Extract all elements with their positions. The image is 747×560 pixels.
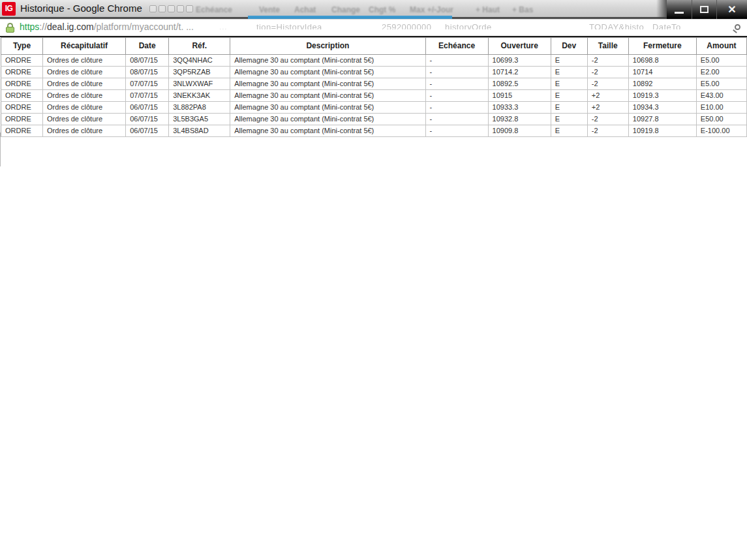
table-cell: 10909.8 — [488, 125, 551, 137]
table-cell: 06/07/15 — [126, 125, 169, 137]
table-cell: - — [425, 67, 488, 78]
close-button[interactable]: ✕ — [716, 0, 747, 19]
table-cell: ORDRE — [1, 102, 43, 114]
table-cell: ORDRE — [1, 114, 43, 125]
table-cell: E-100.00 — [696, 125, 746, 137]
table-cell: 08/07/15 — [126, 67, 169, 78]
ghost-column-label: + Bas — [512, 5, 533, 14]
column-header-date[interactable]: Date — [126, 38, 169, 55]
column-header-type[interactable]: Type — [1, 38, 43, 55]
url-domain: deal.ig.com — [47, 22, 94, 32]
ghost-toolbar-button — [159, 5, 166, 12]
table-row[interactable]: ORDREOrdres de clôture08/07/153QQ4NHACAl… — [1, 55, 747, 67]
window-titlebar[interactable]: IG Historique - Google Chrome Echéance V… — [0, 0, 747, 17]
table-cell: ORDRE — [1, 125, 43, 137]
ghost-column-label: Max +/-Jour — [410, 5, 453, 14]
table-cell: 06/07/15 — [126, 114, 169, 125]
ssl-padlock-icon[interactable] — [6, 23, 14, 33]
table-cell: 10919.8 — [628, 125, 696, 137]
table-cell: Ordres de clôture — [43, 114, 126, 125]
table-cell: 3L4BS8AD — [169, 125, 230, 137]
history-table-container: Type Récapitulatif Date Réf. Description… — [0, 37, 747, 137]
ghost-column-label: + Haut — [476, 5, 500, 14]
ghost-column-label: Change — [331, 5, 360, 14]
table-cell: -2 — [587, 125, 628, 137]
ghost-toolbar-button — [168, 5, 175, 12]
table-row[interactable]: ORDREOrdres de clôture08/07/153QP5RZABAl… — [1, 67, 747, 78]
minimize-icon — [675, 12, 684, 14]
table-cell: 3L882PA8 — [169, 102, 230, 114]
ghost-url-fragment: 2592000000 — [382, 23, 431, 29]
ghost-toolbar-button — [186, 5, 193, 12]
table-cell: ORDRE — [1, 90, 43, 102]
table-cell: E43.00 — [696, 90, 746, 102]
table-cell: 10892 — [628, 78, 696, 90]
window-left-border — [0, 132, 1, 166]
browser-popup-window: IG Historique - Google Chrome Echéance V… — [0, 0, 747, 560]
column-header-taille[interactable]: Taille — [587, 38, 628, 55]
table-cell: E — [551, 102, 587, 114]
table-cell: 10932.8 — [488, 114, 551, 125]
table-cell: 07/07/15 — [126, 78, 169, 90]
table-cell: 10714.2 — [488, 67, 551, 78]
table-cell: Ordres de clôture — [43, 78, 126, 90]
history-table: Type Récapitulatif Date Réf. Description… — [1, 37, 747, 137]
ghost-url-fragment: TODAY&histo — [589, 23, 644, 29]
table-row[interactable]: ORDREOrdres de clôture07/07/153NLWXWAFAl… — [1, 78, 747, 90]
table-cell: Ordres de clôture — [43, 102, 126, 114]
column-header-recapitulatif[interactable]: Récapitulatif — [43, 38, 126, 55]
table-cell: Allemagne 30 au comptant (Mini-contrat 5… — [230, 102, 425, 114]
history-table-body: ORDREOrdres de clôture08/07/153QQ4NHACAl… — [1, 55, 747, 137]
ghost-toolbar-button — [177, 5, 184, 12]
column-header-amount[interactable]: Amount — [696, 38, 746, 55]
table-cell: - — [425, 114, 488, 125]
table-cell: 08/07/15 — [126, 55, 169, 67]
table-cell: +2 — [587, 102, 628, 114]
table-cell: ORDRE — [1, 55, 43, 67]
column-header-dev[interactable]: Dev — [551, 38, 587, 55]
table-cell: Ordres de clôture — [43, 55, 126, 67]
table-cell: E5.00 — [696, 78, 746, 90]
table-header-row: Type Récapitulatif Date Réf. Description… — [1, 38, 747, 55]
table-cell: E — [551, 67, 587, 78]
table-cell: -2 — [587, 78, 628, 90]
table-cell: Ordres de clôture — [43, 125, 126, 137]
column-header-echeance[interactable]: Echéance — [425, 38, 488, 55]
table-cell: 3QP5RZAB — [169, 67, 230, 78]
table-cell: 07/07/15 — [126, 90, 169, 102]
column-header-ouverture[interactable]: Ouverture — [488, 38, 551, 55]
ghost-url-fragment: DateTo — [652, 23, 681, 29]
ghost-column-label: Vente — [259, 5, 280, 14]
table-cell: Allemagne 30 au comptant (Mini-contrat 5… — [230, 55, 425, 67]
table-cell: E10.00 — [696, 102, 746, 114]
search-zoom-icon[interactable] — [735, 24, 740, 30]
table-row[interactable]: ORDREOrdres de clôture06/07/153L5B3GA5Al… — [1, 114, 747, 125]
column-header-ref[interactable]: Réf. — [169, 38, 230, 55]
table-row[interactable]: ORDREOrdres de clôture07/07/153NEKK3AKAl… — [1, 90, 747, 102]
table-cell: - — [425, 102, 488, 114]
maximize-button[interactable] — [692, 0, 716, 19]
table-cell: 10933.3 — [488, 102, 551, 114]
table-cell: 10919.3 — [628, 90, 696, 102]
table-cell: 10927.8 — [628, 114, 696, 125]
table-cell: Allemagne 30 au comptant (Mini-contrat 5… — [230, 114, 425, 125]
table-cell: E50.00 — [696, 114, 746, 125]
column-header-fermeture[interactable]: Fermeture — [628, 38, 696, 55]
table-cell: -2 — [587, 67, 628, 78]
column-header-description[interactable]: Description — [230, 38, 425, 55]
window-controls: ✕ — [667, 0, 747, 19]
url-text[interactable]: https://deal.ig.com/platform/myaccount/t… — [20, 22, 194, 32]
ghost-column-label: Chgt % — [369, 5, 395, 14]
table-cell: +2 — [587, 90, 628, 102]
table-row[interactable]: ORDREOrdres de clôture06/07/153L882PA8Al… — [1, 102, 747, 114]
table-cell: E — [551, 125, 587, 137]
window-title: Historique - Google Chrome — [20, 3, 142, 14]
table-cell: 10714 — [628, 67, 696, 78]
minimize-button[interactable] — [667, 0, 692, 19]
table-cell: 06/07/15 — [126, 102, 169, 114]
table-cell: 10915 — [488, 90, 551, 102]
table-cell: 10698.8 — [628, 55, 696, 67]
table-row[interactable]: ORDREOrdres de clôture06/07/153L4BS8ADAl… — [1, 125, 747, 137]
table-cell: E — [551, 55, 587, 67]
table-cell: - — [425, 78, 488, 90]
